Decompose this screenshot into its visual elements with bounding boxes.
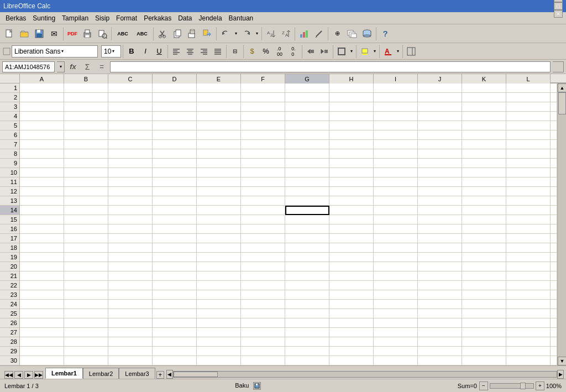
row-num-12[interactable]: 12 xyxy=(0,187,19,196)
cell-A16[interactable] xyxy=(20,224,64,234)
col-header-a[interactable]: A xyxy=(20,74,64,83)
cell-K16[interactable] xyxy=(462,224,506,234)
cell-F7[interactable] xyxy=(241,140,285,149)
percent-button[interactable]: % xyxy=(259,45,272,58)
cell-J3[interactable] xyxy=(418,102,462,112)
cell-L12[interactable] xyxy=(506,187,551,196)
cell-K22[interactable] xyxy=(462,281,506,290)
cell-C12[interactable] xyxy=(108,187,153,196)
cell-L22[interactable] xyxy=(506,281,551,290)
cell-E8[interactable] xyxy=(197,149,241,159)
h-scrollbar[interactable] xyxy=(173,371,557,378)
cell-G23[interactable] xyxy=(285,290,329,300)
cell-F16[interactable] xyxy=(241,224,285,234)
cell-G14[interactable] xyxy=(285,206,329,215)
cell-G29[interactable] xyxy=(285,347,329,356)
cell-D6[interactable] xyxy=(153,130,197,140)
cell-ref-dropdown[interactable]: ▾ xyxy=(57,61,65,72)
cell-G8[interactable] xyxy=(285,149,329,159)
maximize-button[interactable]: □ xyxy=(554,2,563,10)
cell-C14[interactable] xyxy=(108,206,153,215)
cell-G17[interactable] xyxy=(285,234,329,243)
cell-J18[interactable] xyxy=(418,243,462,253)
cell-L19[interactable] xyxy=(506,253,551,262)
cell-A19[interactable] xyxy=(20,253,64,262)
cell-G28[interactable] xyxy=(285,337,329,347)
cell-K6[interactable] xyxy=(462,130,506,140)
scroll-thumb[interactable] xyxy=(558,92,566,114)
cell-B1[interactable] xyxy=(64,83,108,93)
cell-K30[interactable] xyxy=(462,356,506,365)
col-header-h[interactable]: H xyxy=(329,74,374,83)
equals-button[interactable]: = xyxy=(96,61,108,73)
highlight-button[interactable] xyxy=(358,45,371,58)
currency-button[interactable]: $ xyxy=(245,45,259,58)
cell-L15[interactable] xyxy=(506,215,551,224)
cell-A8[interactable] xyxy=(20,149,64,159)
cell-E1[interactable] xyxy=(197,83,241,93)
menu-bantuan[interactable]: Bantuan xyxy=(226,13,257,23)
cell-I15[interactable] xyxy=(374,215,418,224)
row-num-18[interactable]: 18 xyxy=(0,243,19,253)
cell-C23[interactable] xyxy=(108,290,153,300)
cell-C17[interactable] xyxy=(108,234,153,243)
spellcheck-button[interactable]: ABC xyxy=(113,27,132,41)
cell-E14[interactable] xyxy=(197,206,241,215)
redo-dropdown[interactable]: ▾ xyxy=(254,27,260,41)
cell-G22[interactable] xyxy=(285,281,329,290)
row-num-14[interactable]: 14 xyxy=(0,206,19,215)
cell-E9[interactable] xyxy=(197,159,241,168)
redo-button[interactable] xyxy=(239,27,254,41)
cell-C21[interactable] xyxy=(108,271,153,281)
cell-B10[interactable] xyxy=(64,168,108,177)
cell-J12[interactable] xyxy=(418,187,462,196)
copy-button[interactable] xyxy=(170,27,185,41)
status-save-icon[interactable] xyxy=(253,382,261,390)
col-header-i[interactable]: I xyxy=(374,74,418,83)
cell-J24[interactable] xyxy=(418,300,462,309)
cell-L9[interactable] xyxy=(506,159,551,168)
row-num-16[interactable]: 16 xyxy=(0,224,19,234)
cell-G4[interactable] xyxy=(285,112,329,121)
cell-A29[interactable] xyxy=(20,347,64,356)
scroll-up-arrow[interactable]: ▲ xyxy=(558,83,566,92)
cell-F5[interactable] xyxy=(241,121,285,130)
close-button[interactable]: ✕ xyxy=(554,10,563,18)
cell-B21[interactable] xyxy=(64,271,108,281)
cell-A28[interactable] xyxy=(20,337,64,347)
cell-G9[interactable] xyxy=(285,159,329,168)
cell-H24[interactable] xyxy=(329,300,374,309)
cell-E25[interactable] xyxy=(197,309,241,318)
cell-C30[interactable] xyxy=(108,356,153,365)
tab-nav-first[interactable]: ◀◀ xyxy=(4,371,13,379)
navigator-button[interactable]: ⊕ xyxy=(330,27,344,41)
cell-B22[interactable] xyxy=(64,281,108,290)
cell-E19[interactable] xyxy=(197,253,241,262)
cell-J29[interactable] xyxy=(418,347,462,356)
cell-B8[interactable] xyxy=(64,149,108,159)
cell-I9[interactable] xyxy=(374,159,418,168)
cell-H20[interactable] xyxy=(329,262,374,271)
fx-button[interactable]: fx xyxy=(67,61,79,73)
cell-G20[interactable] xyxy=(285,262,329,271)
new-button[interactable] xyxy=(2,27,17,41)
col-header-e[interactable]: E xyxy=(197,74,241,83)
cell-B11[interactable] xyxy=(64,177,108,187)
cell-D7[interactable] xyxy=(153,140,197,149)
menu-tampilan[interactable]: Tampilan xyxy=(59,13,92,23)
cell-I4[interactable] xyxy=(374,112,418,121)
cell-A5[interactable] xyxy=(20,121,64,130)
cell-J23[interactable] xyxy=(418,290,462,300)
cell-L10[interactable] xyxy=(506,168,551,177)
sort-za-button[interactable]: ZA xyxy=(279,27,293,41)
cell-K3[interactable] xyxy=(462,102,506,112)
zoom-in-button[interactable]: + xyxy=(536,381,544,390)
row-num-15[interactable]: 15 xyxy=(0,215,19,224)
cell-F4[interactable] xyxy=(241,112,285,121)
col-header-c[interactable]: C xyxy=(108,74,153,83)
row-num-4[interactable]: 4 xyxy=(0,112,19,121)
cell-K1[interactable] xyxy=(462,83,506,93)
cell-K23[interactable] xyxy=(462,290,506,300)
cell-J5[interactable] xyxy=(418,121,462,130)
cell-C18[interactable] xyxy=(108,243,153,253)
